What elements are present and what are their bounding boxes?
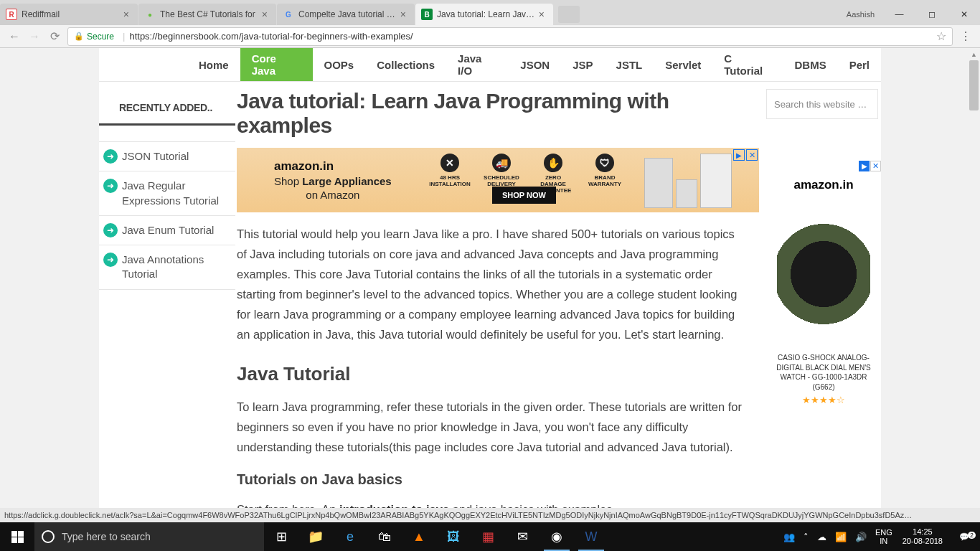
favicon-icon: G (283, 9, 294, 20)
chrome-icon[interactable]: ◉ (540, 522, 574, 551)
volume-icon[interactable]: 🔊 (851, 532, 871, 542)
nav-dbms[interactable]: DBMS (783, 48, 837, 81)
task-view-icon[interactable]: ⊞ (264, 522, 298, 551)
nav-core-java[interactable]: Core Java (240, 48, 313, 81)
vertical-scrollbar[interactable]: ▲ ▼ (968, 48, 980, 522)
favicon-icon: B (421, 9, 433, 20)
secure-indicator[interactable]: 🔒Secure (74, 32, 114, 42)
close-icon[interactable]: × (536, 9, 547, 20)
back-button[interactable]: ← (4, 27, 24, 47)
separator: | (123, 31, 125, 42)
ad-banner[interactable]: amazon.in Shop Large Appliances on Amazo… (237, 148, 759, 212)
hand-icon: ✋ (544, 154, 562, 172)
windows-taskbar: Type here to search ⊞ 📁 e 🛍 ▲ 🖼 ▦ ✉ ◉ W … (0, 522, 980, 551)
favicon-icon: ● (144, 9, 156, 20)
sidebar-item-annotations[interactable]: ➜Java Annotations Tutorial (99, 245, 235, 290)
start-button[interactable] (0, 522, 34, 551)
browser-tab-active[interactable]: B Java tutorial: Learn Java P × (415, 4, 553, 25)
nav-json[interactable]: JSON (509, 48, 561, 81)
maximize-button[interactable]: ◻ (915, 4, 948, 25)
bookmark-icon[interactable]: ☆ (936, 29, 946, 43)
main-content: Java tutorial: Learn Java Programming wi… (235, 82, 759, 522)
sidebar-item-json[interactable]: ➜JSON Tutorial (99, 142, 235, 171)
notification-badge: 2 (968, 532, 976, 539)
scrollbar-thumb[interactable] (969, 60, 979, 110)
ad-close-icon[interactable]: ✕ (870, 161, 881, 171)
nav-java-io[interactable]: Java I/O (446, 48, 509, 81)
sidebar-item-enum[interactable]: ➜Java Enum Tutorial (99, 216, 235, 245)
ad-info-icon[interactable]: ▶ (859, 161, 870, 171)
profile-name[interactable]: Aashish (838, 10, 883, 19)
notifications-icon[interactable]: 💬2 (948, 532, 980, 542)
browser-tab-rediffmail[interactable]: R Rediffmail × (0, 4, 138, 25)
secure-label: Secure (87, 32, 114, 42)
clock[interactable]: 14:2520-08-2018 (897, 527, 948, 546)
minimize-button[interactable]: — (883, 4, 915, 25)
sidebar-item-label: Java Enum Tutorial (122, 223, 214, 237)
page-viewport: Home Core Java OOPs Collections Java I/O… (0, 48, 980, 522)
browser-tab-strip: R Rediffmail × ● The Best C# Tutorials f… (0, 0, 980, 25)
address-bar[interactable]: 🔒Secure | https://beginnersbook.com/java… (67, 27, 953, 46)
nav-servlet[interactable]: Servlet (654, 48, 712, 81)
site-nav: Home Core Java OOPs Collections Java I/O… (99, 48, 881, 82)
nav-home[interactable]: Home (187, 48, 240, 81)
close-icon[interactable]: × (121, 9, 132, 20)
tab-title: Java tutorial: Learn Java P (437, 9, 536, 19)
nav-collections[interactable]: Collections (365, 48, 446, 81)
arrow-icon: ➜ (103, 179, 118, 193)
close-icon[interactable]: × (259, 9, 270, 20)
taskbar-search[interactable]: Type here to search (34, 522, 264, 551)
ad-products (644, 152, 732, 208)
browser-tab-google[interactable]: G Compelte Java tutorial - G × (277, 4, 415, 25)
mail-icon[interactable]: ✉ (505, 522, 540, 551)
product-name: CASIO G-SHOCK ANALOG-DIGITAL BLACK DIAL … (766, 353, 881, 392)
language-indicator[interactable]: ENGIN (871, 528, 897, 545)
search-input[interactable]: Search this website … (766, 89, 878, 119)
ad-feature: ✕48 HRS INSTALLATION (430, 154, 469, 194)
sidebar-item-regex[interactable]: ➜Java Regular Expressions Tutorial (99, 171, 235, 216)
file-explorer-icon[interactable]: 📁 (298, 522, 333, 551)
nav-perl[interactable]: Perl (838, 48, 881, 81)
ad-brand: amazon.in (274, 159, 392, 174)
ad-cta-button[interactable]: SHOP NOW (492, 187, 556, 204)
sidebar-item-label: JSON Tutorial (122, 149, 189, 164)
arrow-icon: ➜ (103, 223, 118, 237)
reload-button[interactable]: ⟳ (44, 27, 65, 47)
ad-line1: Shop Large Appliances (274, 175, 392, 187)
sidebar: RECENTLY ADDED.. ➜JSON Tutorial ➜Java Re… (99, 82, 235, 522)
search-placeholder: Type here to search (62, 531, 151, 542)
vlc-icon[interactable]: ▲ (402, 522, 436, 551)
edge-icon[interactable]: e (333, 522, 367, 551)
product-image (777, 202, 870, 346)
chrome-menu-button[interactable]: ⋮ (956, 29, 976, 43)
close-icon[interactable]: × (397, 9, 409, 20)
ad-info-icon[interactable]: ▶ (733, 149, 745, 161)
wifi-icon[interactable]: 📶 (831, 532, 851, 542)
nav-jsp[interactable]: JSP (561, 48, 604, 81)
new-tab-button[interactable] (558, 6, 580, 23)
nav-c-tutorial[interactable]: C Tutorial (712, 48, 783, 81)
nav-jstl[interactable]: JSTL (605, 48, 654, 81)
tab-title: The Best C# Tutorials for (160, 9, 259, 19)
body-paragraph: To learn Java programming, refer these t… (237, 397, 748, 457)
app-icon[interactable]: ▦ (471, 522, 505, 551)
word-icon[interactable]: W (574, 522, 608, 551)
browser-tab-csharp[interactable]: ● The Best C# Tutorials for × (138, 4, 276, 25)
tray-chevron-icon[interactable]: ˄ (799, 532, 813, 542)
status-bar: https://adclick.g.doubleclick.net/aclk?s… (0, 508, 980, 522)
photos-icon[interactable]: 🖼 (436, 522, 471, 551)
content-wrap: RECENTLY ADDED.. ➜JSON Tutorial ➜Java Re… (99, 82, 881, 522)
store-icon[interactable]: 🛍 (367, 522, 402, 551)
sidebar-header: RECENTLY ADDED.. (99, 92, 235, 126)
ad-line2: on Amazon (274, 189, 392, 201)
ad-feature: 🛡BRAND WARRANTY (585, 154, 624, 194)
forward-button[interactable]: → (24, 27, 44, 47)
people-icon[interactable]: 👥 (779, 532, 799, 542)
close-window-button[interactable]: ✕ (948, 4, 980, 25)
browser-toolbar: ← → ⟳ 🔒Secure | https://beginnersbook.co… (0, 25, 980, 48)
sidebar-ad[interactable]: ▶ ✕ amazon.in CASIO G-SHOCK ANALOG-DIGIT… (766, 161, 881, 405)
onedrive-icon[interactable]: ☁ (813, 532, 831, 542)
scroll-up-icon[interactable]: ▲ (968, 48, 980, 60)
nav-oops[interactable]: OOPs (313, 48, 366, 81)
ad-close-icon[interactable]: ✕ (746, 149, 758, 161)
